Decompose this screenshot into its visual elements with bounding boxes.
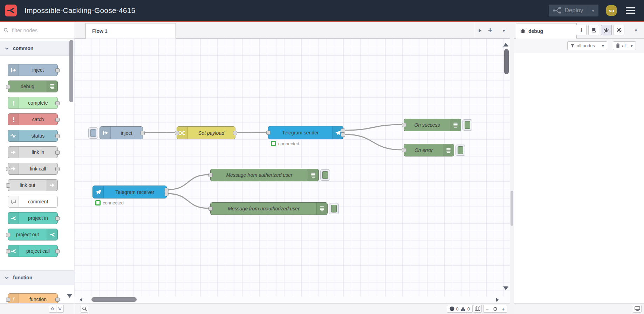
splitter-scrollbar-thumb[interactable] xyxy=(511,191,513,226)
palette-node-catch[interactable]: catch xyxy=(8,113,58,125)
flow-node-on-error[interactable]: On error xyxy=(404,144,454,156)
zoom-reset-button[interactable] xyxy=(491,305,499,313)
user-avatar[interactable]: su xyxy=(606,5,617,16)
minimap-button[interactable] xyxy=(473,305,482,313)
open-debug-window-button[interactable] xyxy=(633,305,642,313)
palette-node-function[interactable]: ffunction xyxy=(8,293,58,303)
node-output-port[interactable] xyxy=(341,133,345,137)
node-output-port[interactable] xyxy=(141,131,145,135)
debug-toggle-button[interactable] xyxy=(320,169,330,181)
node-input-port[interactable] xyxy=(208,207,213,211)
node-output-port[interactable] xyxy=(55,151,60,155)
node-output-port[interactable] xyxy=(55,216,60,221)
notifications-button[interactable]: 0 0 xyxy=(447,305,473,313)
palette-node-project-in[interactable]: project in xyxy=(8,212,58,224)
book-icon xyxy=(591,27,596,33)
node-output-port[interactable] xyxy=(341,128,345,133)
add-flow-button[interactable]: + xyxy=(486,26,494,35)
palette-category-function[interactable]: function xyxy=(0,270,74,285)
node-output-port[interactable] xyxy=(55,298,60,302)
palette-node-project-call[interactable]: project call xyxy=(8,245,58,257)
debug-toggle-button[interactable] xyxy=(463,119,472,131)
scroll-right-icon[interactable] xyxy=(496,298,499,302)
palette-node-comment[interactable]: comment xyxy=(8,196,58,208)
debug-toggle-button[interactable] xyxy=(455,145,465,156)
node-input-port[interactable] xyxy=(6,183,10,188)
flow-node-on-success[interactable]: On success xyxy=(404,119,461,131)
palette-node-project-out[interactable]: project out xyxy=(8,229,58,240)
status-text: connected xyxy=(278,141,299,146)
flow-node-inject[interactable]: inject xyxy=(100,126,143,139)
node-output-port[interactable] xyxy=(164,192,169,196)
node-output-port[interactable] xyxy=(55,68,60,72)
vertical-scrollbar-thumb[interactable] xyxy=(504,49,509,74)
node-output-port[interactable] xyxy=(55,167,60,171)
node-input-port[interactable] xyxy=(402,123,406,127)
palette-scroll-down-icon[interactable] xyxy=(67,294,72,298)
debug-toggle-button[interactable] xyxy=(329,203,339,214)
node-output-port[interactable] xyxy=(233,131,237,135)
node-input-port[interactable] xyxy=(266,131,270,135)
flow-node-telegram-receiver[interactable]: Telegram receiver xyxy=(93,186,167,198)
flow-node-msg-auth[interactable]: Message from autherized user xyxy=(210,169,319,181)
canvas-search-button[interactable] xyxy=(81,305,88,313)
collapse-all-button[interactable] xyxy=(49,305,56,313)
node-input-port[interactable] xyxy=(6,167,10,171)
debug-clear-button[interactable]: all ▾ xyxy=(613,41,636,50)
horizontal-scrollbar-thumb[interactable] xyxy=(91,297,137,302)
config-panel-button[interactable] xyxy=(614,25,624,35)
zoom-out-button[interactable]: − xyxy=(483,305,491,313)
node-input-port[interactable] xyxy=(6,298,10,302)
info-panel-button[interactable]: i xyxy=(576,25,587,35)
node-input-port[interactable] xyxy=(208,173,213,177)
flow-canvas[interactable]: injectSet payloadTelegram senderconnecte… xyxy=(74,39,510,303)
main-menu-button[interactable] xyxy=(624,6,636,15)
workspace: Flow 1 + ▾ injectSet payloadTelegram sen… xyxy=(74,22,510,314)
palette-node-link-call[interactable]: link call xyxy=(8,163,58,175)
flow-node-telegram-sender[interactable]: Telegram sender xyxy=(268,126,343,139)
palette-scrollbar-thumb[interactable] xyxy=(69,40,73,102)
link-icon xyxy=(8,147,19,158)
palette-categories: commoninjectdebugcompletecatchstatuslink… xyxy=(0,39,74,303)
node-input-port[interactable] xyxy=(6,233,10,237)
flow-node-msg-unauth[interactable]: Message from unauthorized user xyxy=(210,202,328,215)
palette-node-status[interactable]: status xyxy=(8,130,58,142)
double-chevron-down-icon xyxy=(58,307,62,311)
debug-panel-button[interactable] xyxy=(601,25,612,35)
palette-category-common[interactable]: common xyxy=(0,41,74,56)
tab-debug[interactable]: debug xyxy=(516,23,577,39)
tab-flow-1[interactable]: Flow 1 xyxy=(85,23,176,39)
sidebar-menu-button[interactable]: ▾ xyxy=(632,26,640,34)
expand-all-button[interactable] xyxy=(56,305,64,313)
flow-list-button[interactable]: ▾ xyxy=(500,26,508,35)
deploy-button[interactable]: Deploy ▾ xyxy=(549,5,598,16)
node-output-port[interactable] xyxy=(55,118,60,122)
node-output-port[interactable] xyxy=(164,188,169,192)
palette-node-inject[interactable]: inject xyxy=(8,64,58,76)
palette-node-complete[interactable]: complete xyxy=(8,97,58,109)
funnel-icon xyxy=(570,44,575,48)
node-output-port[interactable] xyxy=(55,134,60,138)
node-input-port[interactable] xyxy=(402,148,406,152)
palette-node-status-label: status xyxy=(19,130,57,141)
debug-messages-panel[interactable] xyxy=(514,53,644,303)
scroll-down-icon[interactable] xyxy=(503,286,508,290)
palette-node-debug[interactable]: debug xyxy=(8,81,58,92)
palette-node-link-out[interactable]: link out xyxy=(8,179,58,191)
node-input-port[interactable] xyxy=(6,249,10,253)
node-output-port[interactable] xyxy=(55,101,60,105)
node-input-port[interactable] xyxy=(175,131,179,135)
deploy-options-caret-icon[interactable]: ▾ xyxy=(592,8,594,13)
palette-node-link-in[interactable]: link in xyxy=(8,146,58,158)
zoom-in-button[interactable]: + xyxy=(499,305,507,313)
flow-node-set-payload[interactable]: Set payload xyxy=(177,126,235,139)
next-tab-button[interactable] xyxy=(476,26,484,35)
debug-filter-button[interactable]: all nodes ▾ xyxy=(567,41,607,50)
scroll-up-icon[interactable] xyxy=(503,43,508,47)
error-circle-icon xyxy=(450,306,454,311)
help-panel-button[interactable] xyxy=(588,25,599,35)
inject-button[interactable] xyxy=(88,127,98,139)
node-output-port[interactable] xyxy=(55,249,60,253)
filter-nodes-input[interactable] xyxy=(11,27,82,34)
node-input-port[interactable] xyxy=(6,85,10,89)
